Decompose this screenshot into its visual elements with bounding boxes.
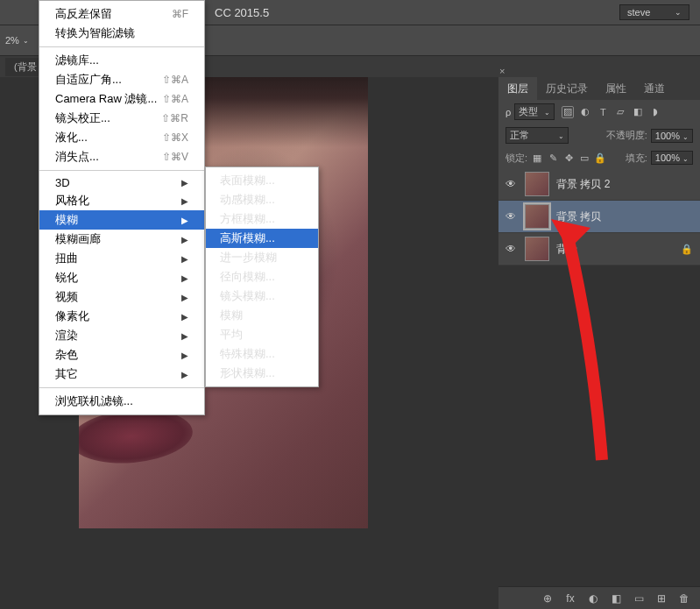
mask-icon[interactable]: ◐ xyxy=(586,591,600,605)
menu-item[interactable]: 转换为智能滤镜 xyxy=(39,24,204,43)
submenu-item-label: 径向模糊... xyxy=(220,269,275,285)
menu-item[interactable]: 自适应广角...⇧⌘A xyxy=(39,70,204,89)
submenu-arrow-icon: ▶ xyxy=(181,254,188,264)
chevron-down-icon: ⌄ xyxy=(23,37,29,45)
submenu-item[interactable]: 形状模糊... xyxy=(206,364,318,383)
menu-item[interactable]: 消失点...⇧⌘V xyxy=(39,147,204,166)
blend-mode-select[interactable]: 正常 ⌄ xyxy=(506,127,569,144)
menu-item[interactable]: 像素化▶ xyxy=(39,307,204,326)
menu-item[interactable]: 风格化▶ xyxy=(39,191,204,210)
menu-item[interactable]: 浏览联机滤镜... xyxy=(39,392,204,411)
user-select[interactable]: steve ⌄ xyxy=(619,4,689,20)
submenu-item[interactable]: 径向模糊... xyxy=(206,267,318,287)
submenu-arrow-icon: ▶ xyxy=(181,216,188,225)
submenu-arrow-icon: ▶ xyxy=(181,273,188,283)
layer-thumbnail[interactable] xyxy=(525,204,549,229)
filter-type-select[interactable]: 类型 ⌄ xyxy=(514,103,555,120)
fx-icon[interactable]: fx xyxy=(563,591,577,605)
visibility-eye-icon[interactable]: 👁 xyxy=(506,178,518,190)
layer-item[interactable]: 👁背景 拷贝 2 xyxy=(498,168,700,201)
submenu-item-label: 高斯模糊... xyxy=(220,230,275,246)
blur-submenu[interactable]: 表面模糊...动感模糊...方框模糊...高斯模糊...进一步模糊径向模糊...… xyxy=(205,166,319,387)
lock-artboard-icon[interactable]: ▭ xyxy=(578,152,590,164)
filter-image-icon[interactable]: ▨ xyxy=(562,106,574,118)
new-layer-icon[interactable]: ⊞ xyxy=(654,591,668,605)
filter-adjust-icon[interactable]: ◐ xyxy=(579,106,591,118)
submenu-arrow-icon: ▶ xyxy=(181,178,188,188)
lock-label: 锁定: xyxy=(506,152,527,165)
layer-item[interactable]: 👁背景 拷贝 xyxy=(498,201,700,233)
submenu-item[interactable]: 高斯模糊... xyxy=(206,229,318,248)
menu-item[interactable]: 扭曲▶ xyxy=(39,249,204,268)
layer-panel-bottom: ⊕fx◐◧▭⊞🗑 xyxy=(498,586,700,609)
menu-item[interactable]: 3D▶ xyxy=(39,174,204,191)
filter-toggle-icon[interactable]: ◗ xyxy=(649,106,661,118)
submenu-item[interactable]: 表面模糊... xyxy=(206,171,318,190)
zoom-value[interactable]: 2% ⌄ xyxy=(0,35,26,46)
menu-shortcut: ⇧⌘A xyxy=(162,74,188,86)
menu-item-label: 扭曲 xyxy=(55,251,78,266)
filter-type-icon[interactable]: T xyxy=(597,106,609,118)
menu-item[interactable]: 其它▶ xyxy=(39,365,204,384)
menu-item[interactable]: 锐化▶ xyxy=(39,268,204,287)
link-icon[interactable]: ⊕ xyxy=(541,591,555,605)
menu-item[interactable]: 视频▶ xyxy=(39,287,204,307)
filter-shape-icon[interactable]: ▱ xyxy=(614,106,626,118)
lock-paint-icon[interactable]: ✎ xyxy=(547,152,559,164)
panel-tab[interactable]: 历史记录 xyxy=(537,77,597,100)
visibility-eye-icon[interactable]: 👁 xyxy=(506,210,518,223)
submenu-item[interactable]: 方框模糊... xyxy=(206,209,318,229)
filter-menu[interactable]: 高反差保留⌘F转换为智能滤镜滤镜库...自适应广角...⇧⌘ACamera Ra… xyxy=(39,0,205,415)
panel-tab[interactable]: 属性 xyxy=(597,77,635,100)
submenu-item-label: 特殊模糊... xyxy=(220,346,275,362)
menu-item-label: 像素化 xyxy=(55,308,89,324)
menu-item[interactable]: 模糊画廊▶ xyxy=(39,230,204,249)
layer-thumbnail[interactable] xyxy=(525,172,549,196)
layer-list: 👁背景 拷贝 2👁背景 拷贝👁背景🔒 xyxy=(498,168,700,266)
layer-thumbnail[interactable] xyxy=(525,237,549,261)
adjustment-icon[interactable]: ◧ xyxy=(609,591,623,605)
lock-move-icon[interactable]: ✥ xyxy=(562,152,575,164)
submenu-arrow-icon: ▶ xyxy=(181,370,188,379)
menu-item[interactable]: 镜头校正...⇧⌘R xyxy=(39,109,204,128)
menu-item[interactable]: 模糊▶ xyxy=(39,210,204,230)
trash-icon[interactable]: 🗑 xyxy=(677,591,691,605)
menu-item-label: 转换为智能滤镜 xyxy=(55,25,135,41)
menu-item[interactable]: 高反差保留⌘F xyxy=(39,4,204,24)
panel-tab[interactable]: 图层 xyxy=(498,77,537,100)
menu-item[interactable]: 滤镜库... xyxy=(39,51,204,70)
menu-separator xyxy=(39,170,204,171)
submenu-item[interactable]: 镜头模糊... xyxy=(206,287,318,306)
menu-item[interactable]: Camera Raw 滤镜...⇧⌘A xyxy=(39,89,204,109)
lock-all-icon[interactable]: 🔒 xyxy=(594,152,606,164)
fill-value[interactable]: 100% ⌄ xyxy=(651,151,693,165)
visibility-eye-icon[interactable]: 👁 xyxy=(506,243,518,255)
layer-name[interactable]: 背景 拷贝 2 xyxy=(556,177,610,192)
submenu-item[interactable]: 平均 xyxy=(206,325,318,344)
search-icon: ρ xyxy=(506,107,511,117)
layer-name[interactable]: 背景 xyxy=(556,242,577,257)
submenu-item-label: 动感模糊... xyxy=(220,192,275,208)
lock-transparency-icon[interactable]: ▦ xyxy=(531,152,543,164)
opacity-value[interactable]: 100% ⌄ xyxy=(651,129,693,143)
layer-name[interactable]: 背景 拷贝 xyxy=(556,209,601,224)
panel-close-button[interactable]: × xyxy=(499,66,505,76)
menu-item-label: 模糊 xyxy=(55,212,78,228)
menu-item[interactable]: 渲染▶ xyxy=(39,326,204,345)
submenu-item[interactable]: 进一步模糊 xyxy=(206,248,318,267)
filter-smart-icon[interactable]: ◧ xyxy=(632,106,644,118)
chevron-down-icon: ⌄ xyxy=(558,132,564,140)
group-icon[interactable]: ▭ xyxy=(632,591,646,605)
submenu-item[interactable]: 特殊模糊... xyxy=(206,344,318,364)
menu-item[interactable]: 杂色▶ xyxy=(39,345,204,365)
menu-item[interactable]: 液化...⇧⌘X xyxy=(39,128,204,147)
submenu-item[interactable]: 动感模糊... xyxy=(206,190,318,209)
panel-tab[interactable]: 通道 xyxy=(635,77,674,100)
layer-item[interactable]: 👁背景🔒 xyxy=(498,233,700,266)
menu-item-label: 杂色 xyxy=(55,347,78,363)
layers-panel: 图层历史记录属性通道 ρ 类型 ⌄ ▨ ◐ T ▱ ◧ ◗ 正常 ⌄ 不透明度:… xyxy=(498,77,700,266)
submenu-item[interactable]: 模糊 xyxy=(206,306,318,325)
submenu-arrow-icon: ▶ xyxy=(181,196,188,206)
chevron-down-icon: ⌄ xyxy=(682,155,689,163)
menu-shortcut: ⌘F xyxy=(172,8,188,20)
